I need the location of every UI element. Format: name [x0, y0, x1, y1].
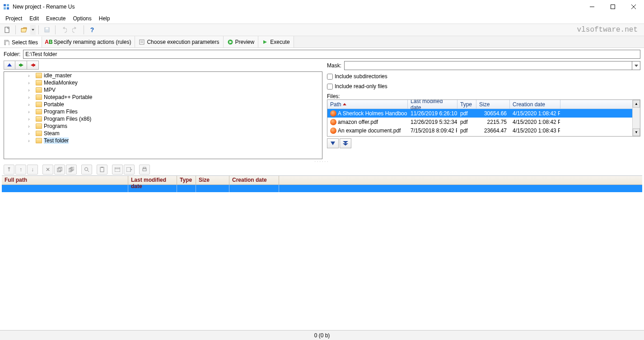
svg-rect-15	[5, 41, 9, 45]
menu-options[interactable]: Options	[69, 14, 95, 23]
file-size: 30654.66	[476, 110, 510, 117]
file-modified: 7/15/2018 8:09:42 PM	[408, 127, 457, 134]
tree-go-button[interactable]	[15, 61, 27, 70]
scroll-down-button[interactable]: ▼	[633, 128, 640, 136]
file-row[interactable]: A Sherlock Holmes Handbook.pdf11/26/2019…	[327, 109, 632, 118]
tree-item-label: idle_master	[44, 72, 72, 79]
tree-item[interactable]: ›MediaMonkey	[4, 79, 322, 86]
tree-item-label: MPV	[44, 87, 56, 93]
tree-item-label: Steam	[44, 130, 60, 137]
new-project-button[interactable]	[2, 25, 13, 35]
tab-select-files[interactable]: Select files	[0, 36, 42, 47]
maximize-button[interactable]	[602, 0, 623, 14]
undo-button[interactable]	[58, 25, 69, 35]
tab-renaming-rules[interactable]: AB Specify renaming actions (rules)	[42, 36, 135, 47]
move-down-button[interactable]: ↓	[27, 165, 38, 175]
menu-help[interactable]: Help	[95, 14, 114, 23]
folder-input[interactable]	[23, 50, 640, 59]
expander-icon[interactable]: ›	[27, 109, 31, 114]
add-all-button[interactable]	[340, 138, 351, 148]
scroll-up-button[interactable]: ▲	[633, 100, 640, 108]
expander-icon[interactable]: ›	[27, 117, 31, 122]
open-dropdown[interactable]	[30, 25, 36, 35]
find-button[interactable]	[81, 165, 92, 175]
tab-label: Execute	[270, 39, 289, 45]
save-button[interactable]	[42, 25, 52, 35]
grid-col-size[interactable]: Size	[196, 176, 229, 184]
svg-rect-43	[143, 169, 146, 171]
window-dropdown-button[interactable]	[124, 165, 135, 175]
expander-icon[interactable]: ›	[27, 138, 31, 143]
play-icon	[227, 39, 233, 45]
expander-icon[interactable]: ›	[27, 95, 31, 100]
splitter-handle[interactable]: ······	[0, 159, 644, 164]
grid-col-type[interactable]: Type	[177, 176, 196, 184]
mask-dropdown[interactable]	[632, 61, 640, 70]
svg-rect-0	[4, 4, 6, 6]
files-col-path[interactable]: Path	[327, 100, 408, 109]
status-bar: 0 (0 b)	[0, 330, 644, 340]
redo-button[interactable]	[70, 25, 81, 35]
tree-item[interactable]: ›Steam	[4, 130, 322, 137]
files-col-modified[interactable]: Last modified date	[408, 100, 457, 109]
print-button[interactable]	[139, 165, 150, 175]
mask-input[interactable]	[344, 61, 640, 70]
tree-refresh-button[interactable]	[27, 61, 39, 70]
tree-item[interactable]: ›Portable	[4, 101, 322, 108]
remove-button[interactable]: ✕	[42, 165, 53, 175]
files-col-size[interactable]: Size	[476, 100, 510, 109]
svg-marker-26	[343, 103, 346, 105]
tree-item[interactable]: ›idle_master	[4, 72, 322, 79]
files-table[interactable]: Path Last modified date Type Size Creati…	[327, 100, 632, 136]
grid-row[interactable]	[2, 185, 642, 192]
expander-icon[interactable]: ›	[27, 73, 31, 78]
open-button[interactable]	[19, 25, 29, 35]
tab-execute[interactable]: Execute	[258, 36, 294, 47]
add-selected-button[interactable]	[327, 138, 339, 148]
selected-files-grid[interactable]: Full path Last modified date Type Size C…	[2, 175, 642, 192]
tab-preview[interactable]: Preview	[224, 36, 259, 47]
folder-icon	[36, 138, 42, 143]
copy-all-button[interactable]	[66, 165, 77, 175]
expander-icon[interactable]: ›	[27, 88, 31, 93]
file-type: pdf	[457, 127, 476, 134]
clipboard-button[interactable]	[97, 165, 107, 175]
include-readonly-checkbox[interactable]	[327, 84, 333, 90]
move-top-button[interactable]: ⤒	[4, 165, 14, 175]
files-col-created[interactable]: Creation date	[510, 100, 560, 109]
file-modified: 12/26/2019 5:32:34 PM	[408, 118, 457, 126]
menu-edit[interactable]: Edit	[26, 14, 42, 23]
svg-marker-27	[331, 142, 335, 145]
copy-files-button[interactable]	[54, 165, 65, 175]
menu-execute[interactable]: Execute	[42, 14, 69, 23]
files-scrollbar[interactable]: ▲ ▼	[632, 100, 640, 136]
expander-icon[interactable]: ›	[27, 131, 31, 136]
file-path: amazon offer.pdf	[338, 119, 378, 125]
file-row[interactable]: amazon offer.pdf12/26/2019 5:32:34 PMpdf…	[327, 118, 632, 126]
menu-project[interactable]: Project	[2, 14, 26, 23]
include-subdirs-checkbox[interactable]	[327, 74, 333, 80]
tree-item[interactable]: ›Programs	[4, 123, 322, 130]
expander-icon[interactable]: ›	[27, 80, 31, 85]
tree-item[interactable]: ›MPV	[4, 86, 322, 94]
close-button[interactable]	[623, 0, 644, 14]
tree-up-button[interactable]	[4, 61, 15, 70]
minimize-button[interactable]	[582, 0, 602, 14]
tree-item[interactable]: ›Program Files (x86)	[4, 115, 322, 123]
expander-icon[interactable]: ›	[27, 102, 31, 107]
expander-icon[interactable]: ›	[27, 124, 31, 129]
file-created: 4/15/2020 1:08:43 PM	[510, 127, 560, 134]
tree-item[interactable]: ›Notepad++ Portable	[4, 94, 322, 101]
files-col-type[interactable]: Type	[457, 100, 476, 109]
help-button[interactable]: ?	[87, 25, 98, 35]
window-button[interactable]	[112, 165, 123, 175]
tab-execution-params[interactable]: Choose execution parameters	[135, 36, 223, 47]
grid-col-created[interactable]: Creation date	[229, 176, 279, 184]
folder-tree[interactable]: ›idle_master›MediaMonkey›MPV›Notepad++ P…	[4, 71, 322, 159]
grid-col-fullpath[interactable]: Full path	[2, 176, 128, 184]
file-row[interactable]: An example document.pdf7/15/2018 8:09:42…	[327, 126, 632, 135]
grid-col-modified[interactable]: Last modified date	[128, 176, 177, 184]
move-up-button[interactable]: ↑	[15, 165, 26, 175]
tree-item[interactable]: ›Test folder	[4, 137, 322, 144]
tree-item[interactable]: ›Program Files	[4, 108, 322, 115]
